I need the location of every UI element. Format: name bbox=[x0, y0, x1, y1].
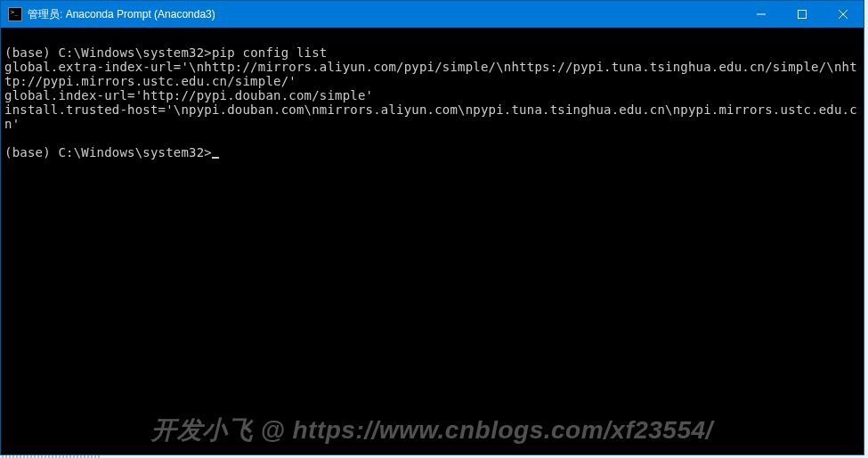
app-icon bbox=[8, 7, 22, 21]
prompt-1: (base) C:\Windows\system32> bbox=[4, 45, 212, 60]
output-line-2: global.index-url='http://pypi.douban.com… bbox=[4, 88, 373, 102]
titlebar[interactable]: 管理员: Anaconda Prompt (Anaconda3) bbox=[1, 1, 864, 28]
minimize-button[interactable] bbox=[741, 1, 782, 28]
prompt-2: (base) C:\Windows\system32> bbox=[4, 145, 212, 159]
window-title: 管理员: Anaconda Prompt (Anaconda3) bbox=[28, 7, 741, 22]
empty-line bbox=[4, 31, 12, 45]
cursor bbox=[212, 157, 219, 159]
svg-rect-1 bbox=[799, 11, 807, 19]
output-line-3: install.trusted-host='\npypi.douban.com\… bbox=[4, 102, 857, 131]
terminal-content[interactable]: (base) C:\Windows\system32>pip config li… bbox=[1, 28, 864, 454]
maximize-button[interactable] bbox=[782, 1, 823, 28]
terminal-window: 管理员: Anaconda Prompt (Anaconda3) (base) … bbox=[0, 0, 864, 455]
output-line-1: global.extra-index-url='\nhttp://mirrors… bbox=[4, 60, 857, 88]
command-1: pip config list bbox=[212, 45, 327, 60]
close-button[interactable] bbox=[823, 1, 864, 28]
window-controls bbox=[741, 1, 864, 28]
